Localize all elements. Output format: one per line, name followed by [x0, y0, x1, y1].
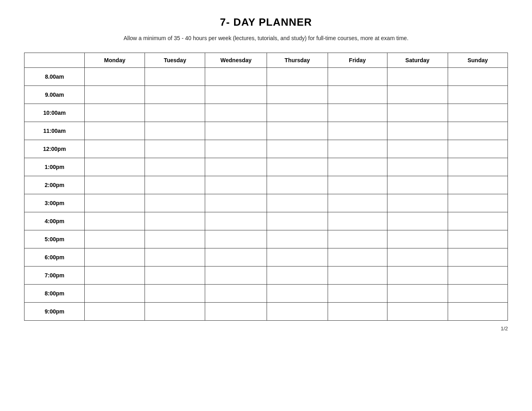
schedule-cell[interactable] [85, 303, 145, 321]
schedule-cell[interactable] [448, 140, 508, 158]
schedule-cell[interactable] [205, 212, 267, 230]
schedule-cell[interactable] [448, 122, 508, 140]
schedule-cell[interactable] [145, 212, 205, 230]
schedule-cell[interactable] [145, 140, 205, 158]
schedule-cell[interactable] [205, 285, 267, 303]
schedule-cell[interactable] [145, 104, 205, 122]
schedule-cell[interactable] [205, 86, 267, 104]
schedule-cell[interactable] [205, 176, 267, 194]
schedule-cell[interactable] [267, 248, 328, 267]
schedule-cell[interactable] [328, 104, 387, 122]
schedule-cell[interactable] [387, 248, 448, 267]
schedule-cell[interactable] [387, 303, 448, 321]
schedule-cell[interactable] [448, 158, 508, 176]
schedule-cell[interactable] [328, 176, 387, 194]
schedule-cell[interactable] [328, 267, 387, 285]
schedule-cell[interactable] [387, 68, 448, 86]
schedule-cell[interactable] [145, 194, 205, 212]
schedule-cell[interactable] [85, 104, 145, 122]
schedule-cell[interactable] [267, 303, 328, 321]
schedule-cell[interactable] [85, 212, 145, 230]
schedule-cell[interactable] [448, 176, 508, 194]
schedule-cell[interactable] [448, 212, 508, 230]
schedule-cell[interactable] [448, 248, 508, 267]
schedule-cell[interactable] [328, 285, 387, 303]
table-row: 1:00pm [24, 158, 508, 176]
schedule-cell[interactable] [387, 285, 448, 303]
schedule-cell[interactable] [205, 230, 267, 248]
schedule-cell[interactable] [145, 285, 205, 303]
schedule-cell[interactable] [328, 230, 387, 248]
schedule-cell[interactable] [205, 140, 267, 158]
sunday-header: Sunday [448, 53, 508, 68]
schedule-cell[interactable] [145, 68, 205, 86]
schedule-cell[interactable] [145, 267, 205, 285]
schedule-cell[interactable] [448, 285, 508, 303]
schedule-cell[interactable] [205, 122, 267, 140]
schedule-cell[interactable] [328, 86, 387, 104]
schedule-cell[interactable] [85, 86, 145, 104]
schedule-cell[interactable] [85, 140, 145, 158]
schedule-cell[interactable] [328, 68, 387, 86]
schedule-cell[interactable] [85, 158, 145, 176]
schedule-cell[interactable] [387, 230, 448, 248]
schedule-cell[interactable] [328, 303, 387, 321]
schedule-cell[interactable] [145, 176, 205, 194]
schedule-cell[interactable] [85, 176, 145, 194]
schedule-cell[interactable] [145, 248, 205, 267]
schedule-cell[interactable] [448, 230, 508, 248]
schedule-cell[interactable] [145, 303, 205, 321]
schedule-cell[interactable] [267, 158, 328, 176]
schedule-cell[interactable] [387, 104, 448, 122]
schedule-cell[interactable] [328, 158, 387, 176]
schedule-cell[interactable] [145, 86, 205, 104]
schedule-cell[interactable] [267, 230, 328, 248]
schedule-cell[interactable] [267, 212, 328, 230]
schedule-cell[interactable] [205, 267, 267, 285]
schedule-cell[interactable] [267, 285, 328, 303]
schedule-cell[interactable] [85, 267, 145, 285]
schedule-cell[interactable] [387, 158, 448, 176]
schedule-cell[interactable] [328, 122, 387, 140]
schedule-cell[interactable] [85, 248, 145, 267]
schedule-cell[interactable] [267, 86, 328, 104]
schedule-cell[interactable] [448, 104, 508, 122]
schedule-cell[interactable] [267, 194, 328, 212]
schedule-cell[interactable] [205, 194, 267, 212]
schedule-cell[interactable] [267, 104, 328, 122]
schedule-cell[interactable] [85, 285, 145, 303]
schedule-cell[interactable] [267, 140, 328, 158]
schedule-cell[interactable] [328, 140, 387, 158]
schedule-cell[interactable] [448, 68, 508, 86]
schedule-cell[interactable] [85, 122, 145, 140]
schedule-cell[interactable] [387, 140, 448, 158]
schedule-cell[interactable] [205, 68, 267, 86]
schedule-cell[interactable] [328, 194, 387, 212]
schedule-cell[interactable] [267, 176, 328, 194]
schedule-cell[interactable] [387, 122, 448, 140]
schedule-cell[interactable] [267, 267, 328, 285]
schedule-cell[interactable] [85, 194, 145, 212]
schedule-cell[interactable] [448, 86, 508, 104]
schedule-cell[interactable] [145, 230, 205, 248]
schedule-cell[interactable] [85, 68, 145, 86]
schedule-cell[interactable] [145, 158, 205, 176]
schedule-cell[interactable] [205, 158, 267, 176]
schedule-cell[interactable] [205, 104, 267, 122]
schedule-cell[interactable] [328, 212, 387, 230]
schedule-cell[interactable] [205, 248, 267, 267]
schedule-cell[interactable] [328, 248, 387, 267]
schedule-cell[interactable] [448, 303, 508, 321]
schedule-cell[interactable] [387, 194, 448, 212]
schedule-cell[interactable] [205, 303, 267, 321]
schedule-cell[interactable] [448, 267, 508, 285]
schedule-cell[interactable] [267, 122, 328, 140]
schedule-cell[interactable] [145, 122, 205, 140]
schedule-cell[interactable] [387, 267, 448, 285]
schedule-cell[interactable] [448, 194, 508, 212]
schedule-cell[interactable] [387, 212, 448, 230]
schedule-cell[interactable] [267, 68, 328, 86]
schedule-cell[interactable] [85, 230, 145, 248]
schedule-cell[interactable] [387, 86, 448, 104]
schedule-cell[interactable] [387, 176, 448, 194]
